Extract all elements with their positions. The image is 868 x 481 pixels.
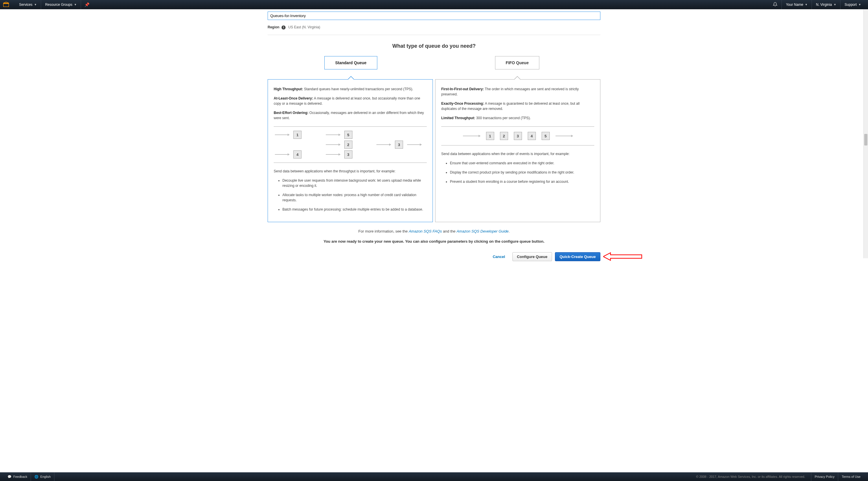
msg-box: 3 xyxy=(514,132,522,140)
nav-support[interactable]: Support ▼ xyxy=(840,0,865,9)
action-buttons: Cancel Configure Queue Quick-Create Queu… xyxy=(268,252,600,261)
chevron-down-icon: ▼ xyxy=(805,3,808,6)
dev-guide-link[interactable]: Amazon SQS Developer Guide xyxy=(457,229,509,233)
queue-type-heading: What type of queue do you need? xyxy=(268,43,600,49)
fifo-exactly-once: Exactly-Once Processing: A message is gu… xyxy=(441,101,594,111)
ready-text: You are now ready to create your new que… xyxy=(268,239,600,244)
nav-region-label: N. Virginia xyxy=(816,3,832,7)
fifo-delivery: First-In-First-out Delivery: The order i… xyxy=(441,87,594,97)
top-nav: Services ▼ Resource Groups ▼ 📌 Your Name… xyxy=(0,0,868,9)
std-high-throughput: High Throughput: Standard queues have ne… xyxy=(274,87,427,92)
bell-icon[interactable] xyxy=(769,2,781,7)
svg-marker-4 xyxy=(603,253,642,260)
faqs-link[interactable]: Amazon SQS FAQs xyxy=(409,229,442,233)
arrow-icon xyxy=(326,144,340,145)
arrow-icon xyxy=(275,134,289,135)
msg-box: 3 xyxy=(395,140,403,149)
info-text: For more information, see the Amazon SQS… xyxy=(268,229,600,233)
arrow-icon xyxy=(376,144,391,145)
arrow-icon xyxy=(326,154,340,155)
nav-region[interactable]: N. Virginia ▼ xyxy=(812,0,840,9)
arrow-icon xyxy=(463,136,480,136)
arrow-icon xyxy=(326,134,340,135)
list-item: Batch messages for future processing: sc… xyxy=(282,207,427,212)
nav-username[interactable]: Your Name ▼ xyxy=(781,0,812,9)
arrow-icon xyxy=(275,154,289,155)
annotation-arrow-icon xyxy=(603,252,642,261)
nav-services[interactable]: Services ▼ xyxy=(15,0,41,9)
standard-queue-panel: High Throughput: Standard queues have ne… xyxy=(268,79,433,222)
nav-support-label: Support xyxy=(844,3,857,7)
fifo-diagram: 1 2 3 4 5 xyxy=(441,126,594,146)
list-item: Decouple live user requests from intensi… xyxy=(282,178,427,188)
standard-queue-label: Standard Queue xyxy=(335,60,366,65)
scrollbar-thumb[interactable] xyxy=(864,134,867,146)
std-best-effort: Best-Effort Ordering: Occasionally, mess… xyxy=(274,110,427,121)
chevron-down-icon: ▼ xyxy=(834,3,836,6)
list-item: Display the correct product price by sen… xyxy=(450,170,594,175)
fifo-queue-label: FIFO Queue xyxy=(506,60,529,65)
unselected-arrow-icon xyxy=(514,76,521,79)
msg-box: 2 xyxy=(344,140,352,149)
cancel-button[interactable]: Cancel xyxy=(488,253,509,261)
std-at-least-once: At-Least-Once Delivery: A message is del… xyxy=(274,96,427,106)
msg-box: 1 xyxy=(486,132,494,140)
standard-diagram: 1 4 5 2 3 xyxy=(274,126,427,163)
nav-username-label: Your Name xyxy=(786,3,803,7)
fifo-throughput: Limited Throughput: 300 transactions per… xyxy=(441,116,594,121)
list-item: Ensure that user-entered commands are ex… xyxy=(450,161,594,166)
queue-type-toggle-row: Standard Queue FIFO Queue xyxy=(268,56,600,79)
chevron-down-icon: ▼ xyxy=(859,3,861,6)
fifo-bullets: Ensure that user-entered commands are ex… xyxy=(441,161,594,184)
arrow-icon xyxy=(407,144,422,145)
msg-box: 4 xyxy=(293,151,302,159)
configure-queue-button[interactable]: Configure Queue xyxy=(513,252,552,261)
scrollbar[interactable] xyxy=(863,9,868,258)
region-row: Region i US East (N. Virginia) xyxy=(268,25,600,30)
msg-box: 4 xyxy=(528,132,536,140)
divider xyxy=(268,35,600,35)
list-item: Prevent a student from enrolling in a co… xyxy=(450,179,594,184)
list-item: Allocate tasks to multiple worker nodes:… xyxy=(282,192,427,203)
fifo-queue-panel: First-In-First-out Delivery: The order i… xyxy=(435,79,600,222)
msg-box: 5 xyxy=(344,131,352,139)
msg-box: 2 xyxy=(500,132,508,140)
region-value: US East (N. Virginia) xyxy=(288,25,320,29)
selected-arrow-icon xyxy=(347,76,354,79)
nav-resource-groups-label: Resource Groups xyxy=(45,3,72,7)
region-label: Region xyxy=(268,25,279,29)
aws-logo-icon[interactable] xyxy=(3,1,9,8)
queue-type-panels: High Throughput: Standard queues have ne… xyxy=(268,79,600,222)
nav-services-label: Services xyxy=(19,3,32,7)
arrow-icon xyxy=(556,136,573,136)
info-icon[interactable]: i xyxy=(281,26,286,30)
std-bullets: Decouple live user requests from intensi… xyxy=(274,178,427,212)
fifo-queue-toggle[interactable]: FIFO Queue xyxy=(495,56,539,69)
chevron-down-icon: ▼ xyxy=(34,3,37,6)
msg-box: 5 xyxy=(541,132,550,140)
queue-name-input[interactable] xyxy=(268,11,600,20)
std-use-intro: Send data between applications when the … xyxy=(274,169,427,174)
chevron-down-icon: ▼ xyxy=(74,3,77,6)
nav-resource-groups[interactable]: Resource Groups ▼ xyxy=(41,0,81,9)
msg-box: 1 xyxy=(293,131,302,139)
quick-create-queue-button[interactable]: Quick-Create Queue xyxy=(555,252,600,261)
msg-box: 3 xyxy=(344,151,352,159)
pin-icon[interactable]: 📌 xyxy=(81,2,93,7)
fifo-use-intro: Send data between applications when the … xyxy=(441,151,594,157)
standard-queue-toggle[interactable]: Standard Queue xyxy=(324,56,377,69)
